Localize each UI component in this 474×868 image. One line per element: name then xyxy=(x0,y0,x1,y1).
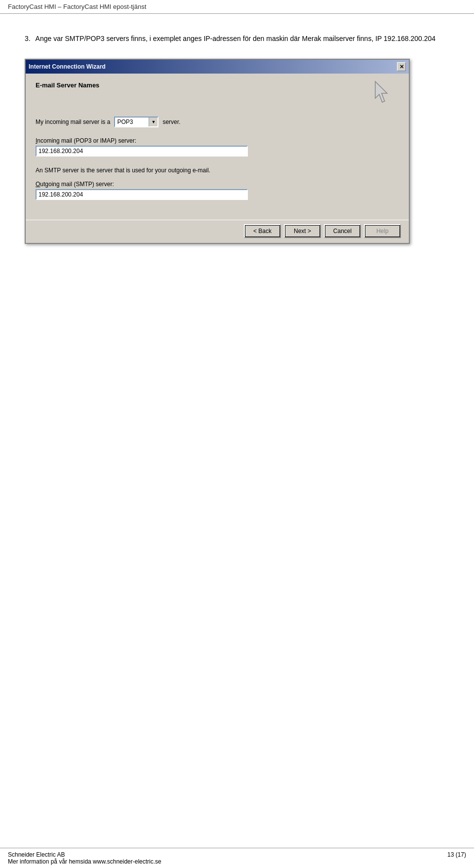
server-type-dropdown[interactable]: POP3 ▼ xyxy=(114,117,158,127)
help-button[interactable]: Help xyxy=(364,224,401,238)
dialog-titlebar: Internet Connection Wizard ✕ xyxy=(26,60,409,74)
next-button[interactable]: Next > xyxy=(284,224,321,238)
page-header: FactoryCast HMI – FactoryCast HMI epost-… xyxy=(0,0,474,14)
internet-connection-wizard-dialog: Internet Connection Wizard ✕ E-mail Serv… xyxy=(25,59,410,244)
close-button[interactable]: ✕ xyxy=(397,62,406,71)
cancel-button[interactable]: Cancel xyxy=(324,224,361,238)
outgoing-server-input[interactable]: 192.168.200.204 xyxy=(36,189,248,200)
smtp-info-text: An SMTP server is the server that is use… xyxy=(36,166,399,175)
svg-marker-0 xyxy=(375,81,387,102)
dialog-body: E-mail Server Names My incoming mail ser… xyxy=(26,74,409,200)
footer-left: Schneider Electric AB Mer information på… xyxy=(8,851,161,865)
incoming-server-group: Incoming mail (POP3 or IMAP) server: 192… xyxy=(36,137,399,157)
main-content: 3. Ange var SMTP/POP3 servers finns, i e… xyxy=(0,14,474,264)
back-button[interactable]: < Back xyxy=(244,224,281,238)
outgoing-server-label: Outgoing mail (SMTP) server: xyxy=(36,181,399,188)
dialog-button-bar: < Back Next > Cancel Help xyxy=(26,220,409,243)
incoming-server-label: Incoming mail (POP3 or IMAP) server: xyxy=(36,137,399,144)
incoming-server-input[interactable]: 192.168.200.204 xyxy=(36,146,248,157)
outgoing-server-group: Outgoing mail (SMTP) server: 192.168.200… xyxy=(36,181,399,200)
incoming-server-type-row: My incoming mail server is a POP3 ▼ serv… xyxy=(36,117,399,127)
page-title: FactoryCast HMI – FactoryCast HMI epost-… xyxy=(8,3,146,10)
dropdown-arrow-icon[interactable]: ▼ xyxy=(149,118,158,126)
dialog-title: Internet Connection Wizard xyxy=(29,63,106,70)
page-footer: Schneider Electric AB Mer information på… xyxy=(0,848,474,868)
instruction-text: 3. Ange var SMTP/POP3 servers finns, i e… xyxy=(25,34,449,44)
server-type-value: POP3 xyxy=(115,118,149,125)
section-title: E-mail Server Names xyxy=(36,81,99,89)
cursor-icon xyxy=(373,79,394,107)
page-number: 13 (17) xyxy=(447,851,466,865)
